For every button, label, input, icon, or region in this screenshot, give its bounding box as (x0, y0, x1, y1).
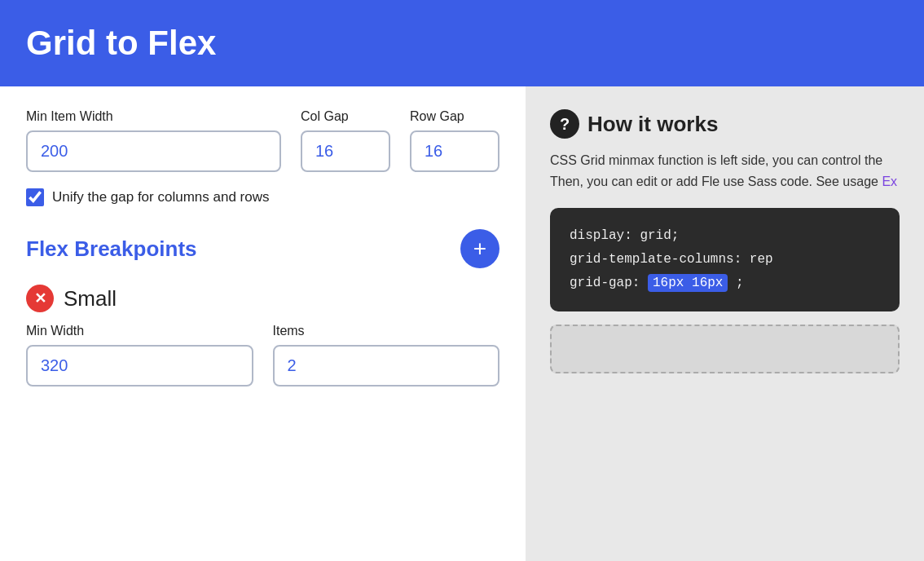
col-gap-input[interactable] (301, 130, 390, 172)
main-layout: Min Item Width Col Gap Row Gap Unify the… (0, 86, 924, 561)
plus-icon: + (473, 237, 486, 260)
code-highlight: 16px 16px (648, 274, 728, 292)
row-gap-label: Row Gap (410, 109, 499, 124)
unify-gap-label: Unify the gap for columns and rows (52, 189, 269, 205)
row-gap-input[interactable] (410, 130, 499, 172)
items-label: Items (273, 324, 500, 338)
breakpoint-inputs-row: Min Width Items (26, 324, 499, 387)
col-gap-group: Col Gap (301, 109, 390, 172)
min-item-width-group: Min Item Width (26, 109, 281, 172)
how-it-works-description: CSS Grid minmax function is left side, y… (550, 150, 900, 192)
inputs-row: Min Item Width Col Gap Row Gap (26, 109, 499, 172)
col-gap-label: Col Gap (301, 109, 390, 124)
breakpoint-name: Small (64, 286, 117, 311)
min-item-width-label: Min Item Width (26, 109, 281, 124)
flex-breakpoints-title: Flex Breakpoints (26, 236, 197, 262)
row-gap-group: Row Gap (410, 109, 499, 172)
add-breakpoint-button[interactable]: + (460, 229, 499, 268)
flex-breakpoints-header: Flex Breakpoints + (26, 229, 499, 268)
items-input[interactable] (273, 345, 500, 387)
breakpoint-small-section: ✕ Small Min Width Items (26, 285, 499, 387)
unify-gap-row: Unify the gap for columns and rows (26, 188, 499, 206)
right-panel: ? How it works CSS Grid minmax function … (526, 86, 924, 561)
items-group: Items (273, 324, 500, 387)
question-icon: ? (550, 109, 579, 139)
breakpoint-name-row: ✕ Small (26, 285, 499, 312)
app-title: Grid to Flex (26, 24, 216, 63)
app-header: Grid to Flex (0, 0, 924, 86)
dashed-preview-box (550, 325, 900, 373)
min-item-width-input[interactable] (26, 130, 281, 172)
min-width-input[interactable] (26, 345, 253, 387)
code-block: display: grid; grid-template-columns: re… (550, 208, 900, 311)
left-panel: Min Item Width Col Gap Row Gap Unify the… (0, 86, 526, 561)
remove-breakpoint-button[interactable]: ✕ (26, 285, 54, 312)
code-line-2: grid-template-columns: rep (570, 248, 880, 272)
how-it-works-heading: ? How it works (550, 109, 900, 139)
min-width-group: Min Width (26, 324, 253, 387)
code-line-3: grid-gap: 16px 16px ; (570, 272, 880, 295)
how-it-works-title-text: How it works (587, 112, 718, 137)
unify-gap-checkbox[interactable] (26, 188, 44, 206)
example-link[interactable]: Ex (882, 174, 897, 188)
min-width-label: Min Width (26, 324, 253, 338)
x-icon: ✕ (34, 289, 46, 307)
code-line-1: display: grid; (570, 224, 880, 248)
